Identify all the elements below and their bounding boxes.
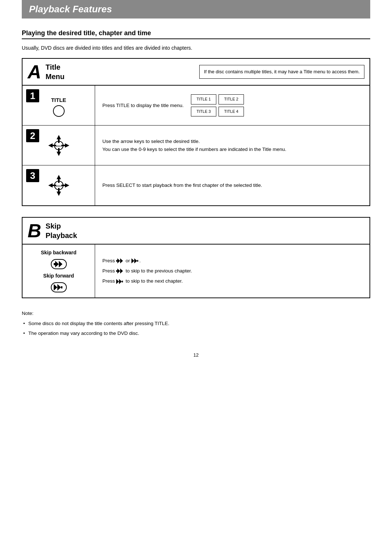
- skip-backward-icon: [51, 259, 67, 269]
- svg-marker-16: [65, 183, 69, 188]
- title-boxes: TITLE 1 TITLE 2 TITLE 3 TITLE 4: [191, 94, 244, 116]
- row-number-3: 3: [26, 169, 39, 182]
- intro-text: Usually, DVD discs are divided into titl…: [22, 45, 370, 51]
- svg-rect-20: [54, 263, 55, 265]
- svg-marker-2: [57, 152, 61, 156]
- badge-b-line1: Skip: [46, 221, 77, 231]
- svg-marker-22: [59, 261, 62, 267]
- badge-label-a: Title Menu: [46, 62, 65, 81]
- row-left-1: 1 TITLE: [23, 86, 95, 125]
- svg-rect-37: [122, 280, 123, 282]
- badge-letter-a: A: [28, 62, 41, 81]
- row-left-2: 2 select: [23, 126, 95, 165]
- badge-letter-b: B: [28, 221, 41, 240]
- title-box-4: TITLE 4: [219, 107, 244, 117]
- skip-left: Skip backward Skip forward: [23, 245, 95, 297]
- note-item-1: Some discs do not display the title cont…: [22, 319, 370, 328]
- svg-rect-32: [116, 270, 117, 272]
- notes-title: Note:: [22, 309, 370, 318]
- header-note: If the disc contains multiple titles, it…: [199, 65, 364, 79]
- svg-marker-24: [57, 284, 61, 291]
- table-a-header: A Title Menu If the disc contains multip…: [23, 59, 369, 86]
- row-number-1: 1: [26, 89, 39, 102]
- svg-rect-26: [116, 260, 117, 262]
- row-right-3: Press SELECT to start playback from the …: [95, 165, 369, 205]
- svg-text:select: select: [55, 145, 62, 147]
- table-row-2: 2 select Use the arrow keys t: [23, 126, 369, 165]
- svg-marker-0: [57, 135, 61, 139]
- note-item-2: The operation may vary according to the …: [22, 329, 370, 338]
- row-number-2: 2: [26, 129, 39, 142]
- svg-marker-10: [57, 175, 61, 179]
- page-header: Playback Features: [22, 0, 370, 19]
- badge-label-line2: Menu: [46, 72, 65, 81]
- table-b-row: Skip backward Skip forward Press: [23, 245, 369, 297]
- svg-rect-25: [61, 286, 62, 288]
- circle-icon: [53, 105, 65, 117]
- svg-marker-27: [117, 258, 120, 263]
- svg-rect-31: [137, 260, 138, 262]
- title-box-2: TITLE 2: [219, 94, 244, 104]
- row1-description: Press TITLE to display the title menu.: [102, 102, 184, 110]
- arrow-select-icon-3: select: [46, 173, 72, 198]
- svg-marker-36: [119, 279, 122, 284]
- svg-marker-28: [120, 258, 123, 263]
- skip-backward-label: Skip backward: [41, 250, 76, 255]
- svg-marker-14: [48, 183, 53, 188]
- section-heading: Playing the desired title, chapter and t…: [22, 29, 370, 39]
- svg-marker-30: [134, 258, 137, 263]
- svg-marker-29: [131, 258, 134, 263]
- table-row-3: 3 select Press SELECT to start playback …: [23, 165, 369, 205]
- skip-instruction-2: Press to skip to the previous chapter.: [102, 267, 362, 275]
- table-a: A Title Menu If the disc contains multip…: [22, 58, 370, 206]
- svg-marker-12: [57, 192, 61, 196]
- svg-marker-33: [117, 268, 120, 274]
- table-row-1: 1 TITLE Press TITLE to display the title…: [23, 86, 369, 126]
- title-label: TITLE: [51, 97, 66, 103]
- badge-b-line2: Playback: [46, 231, 77, 240]
- row-right-1: Press TITLE to display the title menu. T…: [95, 86, 369, 125]
- svg-marker-6: [65, 143, 69, 148]
- title-box-1: TITLE 1: [191, 94, 216, 104]
- svg-marker-35: [116, 279, 119, 284]
- row-right-2: Use the arrow keys to select the desired…: [95, 126, 369, 165]
- table-b: B Skip Playback Skip backward Skip forwa…: [22, 217, 370, 298]
- arrow-select-icon-2: select: [46, 133, 72, 158]
- title-box-3: TITLE 3: [191, 107, 216, 117]
- skip-instruction-3: Press to skip to the next chapter.: [102, 277, 362, 286]
- badge-label-line1: Title: [46, 62, 65, 72]
- svg-text:select: select: [55, 185, 62, 187]
- svg-marker-4: [48, 143, 53, 148]
- svg-marker-21: [55, 261, 59, 267]
- row3-description: Press SELECT to start playback from the …: [102, 181, 362, 189]
- notes-section: Note: Some discs do not display the titl…: [22, 309, 370, 338]
- table-b-header: B Skip Playback: [23, 218, 369, 245]
- row2-description: Use the arrow keys to select the desired…: [102, 138, 362, 153]
- skip-right: Press or . Press: [95, 245, 369, 297]
- skip-forward-icon: [51, 282, 67, 292]
- page-title: Playback Features: [29, 4, 112, 15]
- svg-marker-34: [120, 268, 123, 274]
- skip-forward-label: Skip forward: [43, 273, 74, 279]
- skip-instruction-1: Press or .: [102, 257, 362, 265]
- row-left-3: 3 select: [23, 165, 95, 205]
- badge-label-b: Skip Playback: [46, 221, 77, 240]
- svg-marker-23: [54, 284, 57, 291]
- row1-right-inner: Press TITLE to display the title menu. T…: [102, 94, 362, 116]
- page-number: 12: [22, 352, 370, 358]
